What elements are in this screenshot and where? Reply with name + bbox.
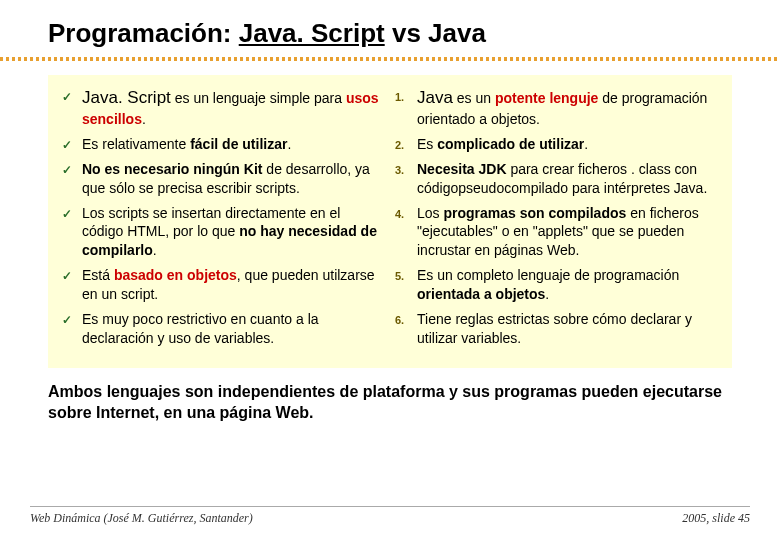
list-item: Es relativamente fácil de utilizar. — [62, 135, 385, 154]
list-item: Está basado en objetos, que pueden utilz… — [62, 266, 385, 304]
lead-term: Java. Script — [82, 88, 171, 107]
lead-term: Java — [417, 88, 453, 107]
list-item: Los scripts se insertan directamente en … — [62, 204, 385, 261]
list-number: 6. — [395, 313, 404, 328]
slide-footer: Web Dinámica (José M. Gutiérrez, Santand… — [0, 506, 780, 526]
list-number: 3. — [395, 163, 404, 178]
list-number: 1. — [395, 90, 404, 105]
footer-line: Web Dinámica (José M. Gutiérrez, Santand… — [30, 506, 750, 526]
list-number: 5. — [395, 269, 404, 284]
list-item: 4. Los programas son compilados en fiche… — [395, 204, 718, 261]
slide: Programación: Java. Script vs Java Java.… — [0, 0, 780, 540]
list-item: 5. Es un completo lenguaje de programaci… — [395, 266, 718, 304]
javascript-column: Java. Script es un lenguaje simple para … — [62, 87, 385, 354]
divider-stripe — [0, 57, 780, 61]
list-item: No es necesario ningún Kit de desarrollo… — [62, 160, 385, 198]
footer-page: 2005, slide 45 — [682, 511, 750, 526]
list-number: 4. — [395, 207, 404, 222]
list-item: 1. Java es un potente lenguje de program… — [395, 87, 718, 129]
list-item: Java. Script es un lenguaje simple para … — [62, 87, 385, 129]
list-item: 6. Tiene reglas estrictas sobre cómo dec… — [395, 310, 718, 348]
list-item: 3. Necesita JDK para crear ficheros . cl… — [395, 160, 718, 198]
java-column: 1. Java es un potente lenguje de program… — [395, 87, 718, 354]
summary-text: Ambos lenguajes son independientes de pl… — [48, 382, 732, 424]
list-item: 2. Es complicado de utilizar. — [395, 135, 718, 154]
list-number: 2. — [395, 138, 404, 153]
list-item: Es muy poco restrictivo en cuanto a la d… — [62, 310, 385, 348]
footer-author: Web Dinámica (José M. Gutiérrez, Santand… — [30, 511, 253, 526]
title-underlined: Java. Script — [239, 18, 385, 48]
java-list: 1. Java es un potente lenguje de program… — [395, 87, 718, 348]
javascript-list: Java. Script es un lenguaje simple para … — [62, 87, 385, 348]
comparison-box: Java. Script es un lenguaje simple para … — [48, 75, 732, 368]
title-suffix: vs Java — [385, 18, 486, 48]
page-title: Programación: Java. Script vs Java — [0, 18, 780, 49]
title-prefix: Programación: — [48, 18, 239, 48]
